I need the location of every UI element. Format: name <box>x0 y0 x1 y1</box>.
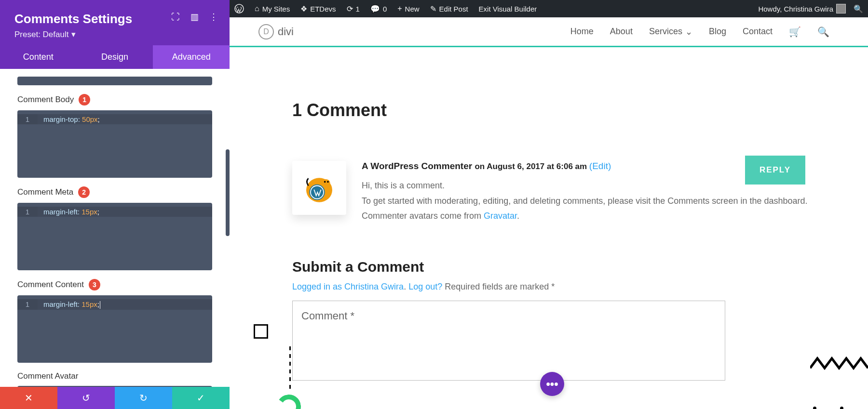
updates-count: 1 <box>356 5 360 13</box>
exit-vb-label: Exit Visual Builder <box>479 5 537 13</box>
line-number: 1 <box>17 114 38 124</box>
howdy-user[interactable]: Howdy, Christina Gwira <box>758 4 846 13</box>
undo-icon: ↺ <box>82 392 90 404</box>
code-editor-comment-body[interactable]: 1 margin-top: 50px; <box>17 110 212 178</box>
cart-icon[interactable]: 🛒 <box>789 26 801 38</box>
code-editor-comment-avatar[interactable] <box>17 386 212 387</box>
line-number: 1 <box>17 207 38 217</box>
edit-comment-link[interactable]: (Edit) <box>589 161 611 171</box>
home-icon: ⌂ <box>255 4 259 13</box>
redo-icon: ↻ <box>139 392 148 404</box>
css-property: margin-left: <box>43 208 80 216</box>
reply-button[interactable]: REPLY <box>745 156 805 185</box>
label-text: Comment Body <box>17 95 74 105</box>
site-link[interactable]: ❖ETDevs <box>300 4 336 13</box>
pencil-icon: ✎ <box>430 4 436 13</box>
module-actions-fab[interactable]: ••• <box>540 372 564 396</box>
field-label-comment-content: Comment Content 3 <box>17 279 212 290</box>
responsive-icon[interactable]: ▥ <box>190 12 199 22</box>
dashboard-icon: ❖ <box>300 4 307 13</box>
comment-line: Commenter avatars come from Gravatar. <box>362 209 829 224</box>
site-name-label: ETDevs <box>310 5 336 13</box>
check-icon: ✓ <box>197 392 205 404</box>
logo-text: divi <box>278 26 294 38</box>
tab-design[interactable]: Design <box>77 45 153 69</box>
scrollbar-thumb[interactable] <box>226 149 230 236</box>
comment-author[interactable]: A WordPress Commenter <box>362 161 472 171</box>
site-logo[interactable]: D divi <box>258 24 294 40</box>
search-icon: 🔍 <box>854 4 863 13</box>
nav-about[interactable]: About <box>610 26 633 37</box>
logged-in-link[interactable]: Logged in as Christina Gwira <box>292 282 404 291</box>
comments-title: 1 Comment <box>292 100 829 120</box>
chevron-down-icon: ▾ <box>71 29 76 40</box>
save-button[interactable]: ✓ <box>172 387 230 409</box>
decoration-dashes-icon <box>289 346 291 390</box>
field-label-comment-avatar: Comment Avatar <box>17 371 212 381</box>
required-note: Required fields are marked * <box>442 282 555 291</box>
badge-2: 2 <box>78 186 90 198</box>
respond-section: Submit a Comment Logged in as Christina … <box>292 259 829 381</box>
logo-mark-icon: D <box>258 24 274 40</box>
primary-nav: Home About Services ⌄ Blog Contact 🛒 🔍 <box>570 26 829 38</box>
updates-link[interactable]: ⟳1 <box>347 4 360 13</box>
decoration-arc-icon <box>275 393 303 409</box>
commenter-avatar <box>292 161 346 215</box>
cancel-button[interactable]: ✕ <box>0 387 57 409</box>
logout-link[interactable]: Log out? <box>408 282 442 291</box>
my-sites-link[interactable]: ⌂My Sites <box>255 4 290 13</box>
edit-post-label: Edit Post <box>439 5 468 13</box>
respond-login-line: Logged in as Christina Gwira. Log out? R… <box>292 282 829 292</box>
user-avatar-icon <box>836 4 846 13</box>
text-cursor <box>100 301 100 309</box>
label-text: Comment Meta <box>17 187 73 197</box>
new-link[interactable]: +New <box>397 4 419 13</box>
decoration-square-icon <box>254 324 268 339</box>
field-label-comment-body: Comment Body 1 <box>17 94 212 106</box>
tab-content[interactable]: Content <box>0 45 77 69</box>
css-value: 15px <box>80 208 97 216</box>
panel-body: Comment Body 1 1 margin-top: 50px; Comme… <box>0 69 230 387</box>
comment-line: To get started with moderating, editing,… <box>362 194 829 209</box>
decoration-zigzag-icon <box>810 354 868 373</box>
css-semicolon: ; <box>98 115 100 123</box>
code-editor-comment-meta[interactable]: 1 margin-left: 15px; <box>17 203 212 270</box>
comments-count: 0 <box>383 5 387 13</box>
edit-post-link[interactable]: ✎Edit Post <box>430 4 468 13</box>
howdy-label: Howdy, Christina Gwira <box>758 5 833 13</box>
undo-button[interactable]: ↺ <box>57 387 115 409</box>
preset-dropdown[interactable]: Preset: Default ▾ <box>14 29 76 40</box>
badge-3: 3 <box>89 279 100 290</box>
code-editor-top[interactable] <box>17 77 212 85</box>
exit-visual-builder-link[interactable]: Exit Visual Builder <box>479 5 537 13</box>
nav-services[interactable]: Services ⌄ <box>649 26 692 37</box>
gravatar-link[interactable]: Gravatar <box>484 211 517 221</box>
plus-icon: + <box>397 4 402 13</box>
panel-footer: ✕ ↺ ↻ ✓ <box>0 387 230 409</box>
search-icon[interactable]: 🔍 <box>817 26 829 38</box>
svg-point-4 <box>322 179 330 186</box>
wp-logo-icon[interactable] <box>234 4 244 13</box>
close-icon: ✕ <box>25 392 33 404</box>
nav-blog[interactable]: Blog <box>709 26 726 37</box>
label-text: Comment Avatar <box>17 371 78 381</box>
nav-contact[interactable]: Contact <box>743 26 773 37</box>
tab-advanced[interactable]: Advanced <box>153 45 230 69</box>
refresh-icon: ⟳ <box>347 4 353 13</box>
code-editor-comment-content[interactable]: 1 margin-left: 15px; <box>17 295 212 363</box>
preview-area: ⌂My Sites ❖ETDevs ⟳1 💬0 +New ✎Edit Post … <box>230 0 868 409</box>
comments-link[interactable]: 💬0 <box>370 4 387 13</box>
svg-point-5 <box>324 181 326 183</box>
line-number: 1 <box>17 299 38 310</box>
comment-text: Hi, this is a comment. To get started wi… <box>362 178 829 224</box>
textarea-placeholder: Comment * <box>301 310 354 322</box>
nav-home[interactable]: Home <box>570 26 594 37</box>
kebab-menu-icon[interactable]: ⋮ <box>209 12 218 22</box>
expand-icon[interactable]: ⛶ <box>171 12 180 22</box>
settings-tabs: Content Design Advanced <box>0 45 230 69</box>
redo-button[interactable]: ↻ <box>115 387 172 409</box>
new-label: New <box>405 5 420 13</box>
comment-textarea[interactable]: Comment * <box>292 301 725 381</box>
adminbar-search[interactable]: 🔍 <box>854 4 863 13</box>
badge-1: 1 <box>79 94 90 106</box>
